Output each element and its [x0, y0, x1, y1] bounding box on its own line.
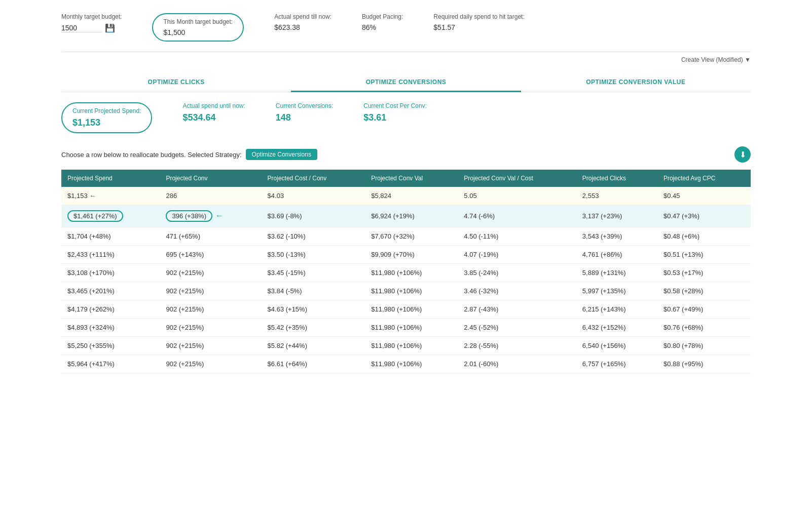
table-cell: 2.87 (-43%): [458, 300, 576, 319]
table-row[interactable]: $1,153 ←286$4.03$5,8245.052,553$0.45: [61, 187, 751, 205]
table-cell: $3.84 (-5%): [262, 282, 365, 300]
projected-spend-label: Current Projected Spend:: [72, 107, 141, 114]
main-container: Monthly target budget: 💾 This Month targ…: [51, 0, 761, 381]
table-row[interactable]: $5,964 (+417%)902 (+215%)$6.61 (+64%)$11…: [61, 355, 751, 373]
budget-pacing: Budget Pacing: 86%: [362, 13, 403, 31]
table-cell: 4.07 (-19%): [458, 246, 576, 264]
create-view-row: Create View (Modified) ▼: [61, 52, 751, 67]
table-cell: $11,980 (+106%): [365, 282, 458, 300]
strategy-text: Choose a row below to reallocate budgets…: [61, 151, 242, 159]
table-cell: $4,179 (+262%): [61, 300, 160, 319]
table-row[interactable]: $3,108 (+170%)902 (+215%)$3.45 (-15%)$11…: [61, 264, 751, 282]
current-projected-spend: Current Projected Spend: $1,153: [61, 102, 152, 133]
table-cell: $4.63 (+15%): [262, 300, 365, 319]
table-cell: 3,137 (+23%): [576, 205, 657, 227]
table-cell: $1,704 (+48%): [61, 227, 160, 246]
budget-pacing-label: Budget Pacing:: [362, 13, 403, 20]
table-row[interactable]: $4,179 (+262%)902 (+215%)$4.63 (+15%)$11…: [61, 300, 751, 319]
table-cell: $11,980 (+106%): [365, 319, 458, 337]
actual-spend-until-now: Actual spend until now: $534.64: [182, 102, 245, 133]
table-cell: $0.76 (+68%): [657, 319, 751, 337]
table-cell: 902 (+215%): [160, 264, 261, 282]
table-cell: 3,543 (+39%): [576, 227, 657, 246]
table-cell: 286: [160, 187, 261, 205]
col-projected-conv-val-cost: Projected Conv Val / Cost: [458, 170, 576, 187]
table-cell: $5,824: [365, 187, 458, 205]
table-row[interactable]: $1,461 (+27%)396 (+38%)←$3.69 (-8%)$6,92…: [61, 205, 751, 227]
table-cell: $5,250 (+355%): [61, 337, 160, 355]
cost-per-conv-label: Current Cost Per Conv:: [363, 102, 427, 109]
table-cell: $11,980 (+106%): [365, 300, 458, 319]
table-cell: 2.45 (-52%): [458, 319, 576, 337]
table-row[interactable]: $3,465 (+201%)902 (+215%)$3.84 (-5%)$11,…: [61, 282, 751, 300]
table-cell: 471 (+65%): [160, 227, 261, 246]
table-row[interactable]: $2,433 (+111%)695 (+143%)$3.50 (-13%)$9,…: [61, 246, 751, 264]
table-cell: 6,757 (+165%): [576, 355, 657, 373]
table-row[interactable]: $5,250 (+355%)902 (+215%)$5.82 (+44%)$11…: [61, 337, 751, 355]
table-row[interactable]: $4,893 (+324%)902 (+215%)$5.42 (+35%)$11…: [61, 319, 751, 337]
table-cell: $0.58 (+28%): [657, 282, 751, 300]
table-cell: 695 (+143%): [160, 246, 261, 264]
actual-spend-until-value: $534.64: [182, 112, 245, 123]
table-row[interactable]: $1,704 (+48%)471 (+65%)$3.62 (-10%)$7,67…: [61, 227, 751, 246]
col-projected-cost-conv: Projected Cost / Conv: [262, 170, 365, 187]
table-cell: $3.50 (-13%): [262, 246, 365, 264]
table-cell: 902 (+215%): [160, 319, 261, 337]
table-cell: $0.47 (+3%): [657, 205, 751, 227]
table-cell: $11,980 (+106%): [365, 264, 458, 282]
stats-row: Current Projected Spend: $1,153 Actual s…: [61, 92, 751, 141]
table-cell: 3.85 (-24%): [458, 264, 576, 282]
cost-per-conv-value: $3.61: [363, 112, 427, 123]
table-cell: 902 (+215%): [160, 300, 261, 319]
table-cell: 6,432 (+152%): [576, 319, 657, 337]
table-cell: $3.69 (-8%): [262, 205, 365, 227]
table-cell: $0.51 (+13%): [657, 246, 751, 264]
strategy-info-text: Choose a row below to reallocate budgets…: [61, 149, 317, 160]
table-cell: $3,108 (+170%): [61, 264, 160, 282]
this-month-budget: This Month target budget: $1,500: [152, 13, 244, 42]
required-daily-value: $51.57: [433, 23, 455, 31]
table-cell: 6,215 (+143%): [576, 300, 657, 319]
monthly-target-budget: Monthly target budget: 💾: [61, 13, 122, 33]
col-projected-conv: Projected Conv: [160, 170, 261, 187]
actual-spend: Actual spend till now: $623.38: [274, 13, 331, 31]
actual-spend-until-label: Actual spend until now:: [182, 102, 245, 109]
table-cell: $2,433 (+111%): [61, 246, 160, 264]
tab-optimize-conversions[interactable]: OPTIMIZE CONVERSIONS: [291, 71, 521, 92]
projection-table: Projected Spend Projected Conv Projected…: [61, 170, 751, 373]
create-view-button[interactable]: Create View (Modified) ▼: [681, 56, 751, 63]
table-cell: $6,924 (+19%): [365, 205, 458, 227]
strategy-badge: Optimize Conversions: [246, 149, 317, 160]
actual-spend-label: Actual spend till now:: [274, 13, 331, 20]
table-cell: 2.01 (-60%): [458, 355, 576, 373]
table-cell: 6,540 (+156%): [576, 337, 657, 355]
table-cell: $6.61 (+64%): [262, 355, 365, 373]
conversions-value: 148: [276, 112, 333, 123]
strategy-tabs: OPTIMIZE CLICKS OPTIMIZE CONVERSIONS OPT…: [61, 71, 751, 92]
tab-optimize-clicks[interactable]: OPTIMIZE CLICKS: [61, 71, 291, 92]
table-cell: $0.67 (+49%): [657, 300, 751, 319]
table-cell: 4.74 (-6%): [458, 205, 576, 227]
table-cell: $3.45 (-15%): [262, 264, 365, 282]
monthly-target-input[interactable]: [61, 24, 102, 32]
table-cell: $0.48 (+6%): [657, 227, 751, 246]
table-cell: $0.45: [657, 187, 751, 205]
table-cell: $1,461 (+27%): [61, 205, 160, 227]
table-cell: $11,980 (+106%): [365, 337, 458, 355]
this-month-value: $1,500: [163, 28, 185, 36]
tab-optimize-conversion-value[interactable]: OPTIMIZE CONVERSION VALUE: [521, 71, 751, 92]
table-cell: 3.46 (-32%): [458, 282, 576, 300]
table-header-row: Projected Spend Projected Conv Projected…: [61, 170, 751, 187]
table-cell: $0.88 (+95%): [657, 355, 751, 373]
col-projected-spend: Projected Spend: [61, 170, 160, 187]
col-projected-avg-cpc: Projected Avg CPC: [657, 170, 751, 187]
download-button[interactable]: ⬇: [734, 146, 751, 163]
table-cell: 5.05: [458, 187, 576, 205]
save-icon[interactable]: 💾: [105, 23, 115, 33]
table-cell: $5.42 (+35%): [262, 319, 365, 337]
table-cell: $0.80 (+78%): [657, 337, 751, 355]
table-cell: $5.82 (+44%): [262, 337, 365, 355]
table-cell: 4.50 (-11%): [458, 227, 576, 246]
table-cell: 902 (+215%): [160, 355, 261, 373]
required-daily-spend: Required daily spend to hit target: $51.…: [433, 13, 524, 31]
